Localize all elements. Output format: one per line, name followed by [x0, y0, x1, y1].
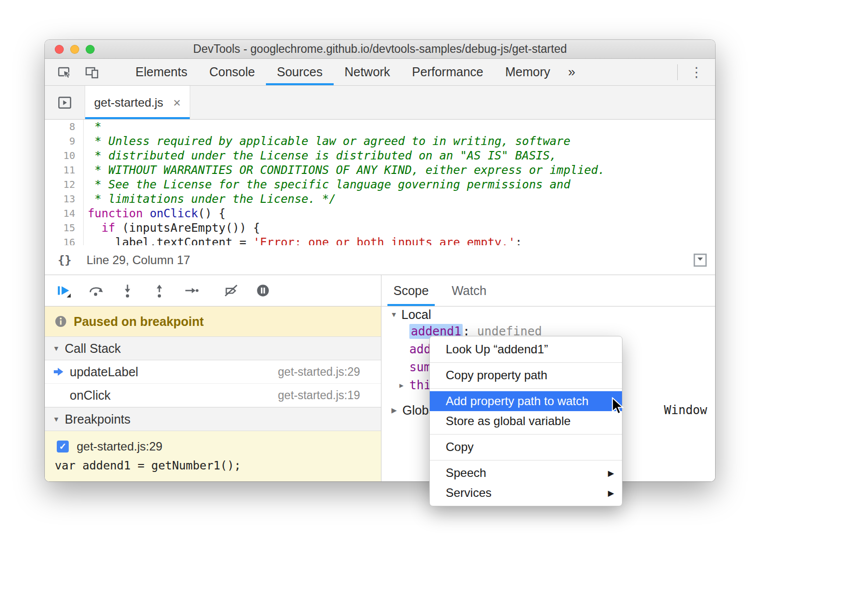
toggle-drawer-button[interactable]	[692, 252, 708, 268]
tab-console[interactable]: Console	[198, 59, 266, 85]
file-tab-get-started[interactable]: get-started.js ×	[85, 86, 190, 119]
menu-item-label: Services	[446, 486, 492, 500]
tab-watch[interactable]: Watch	[446, 275, 493, 306]
menu-item-look-up[interactable]: Look Up “addend1”	[430, 339, 622, 359]
line-number[interactable]: 11	[45, 163, 75, 177]
file-tab-label: get-started.js	[94, 96, 163, 110]
line-number[interactable]: 12	[45, 177, 75, 192]
context-menu: Look Up “addend1” Copy property path Add…	[429, 336, 622, 506]
line-number[interactable]: 13	[45, 192, 75, 206]
panel-tabs: Elements Console Sources Network Perform…	[124, 59, 582, 85]
tab-memory[interactable]: Memory	[494, 59, 561, 85]
stack-frame-onclick[interactable]: onClick get-started.js:19	[45, 384, 381, 407]
code-keyword: function	[88, 207, 150, 220]
step-icon	[184, 283, 199, 298]
inspect-element-button[interactable]	[56, 64, 73, 81]
menu-item-services[interactable]: Services▶	[430, 483, 622, 503]
stack-frame-updatelabel[interactable]: updateLabel get-started.js:29	[45, 360, 381, 384]
line-number[interactable]: 10	[45, 149, 75, 163]
tab-label: Watch	[452, 284, 487, 298]
toolbar-divider	[677, 64, 678, 80]
check-icon: ✓	[59, 441, 66, 452]
chevron-right-icon: ▶	[391, 406, 398, 414]
paused-message: Paused on breakpoint	[74, 314, 204, 329]
property-name: sum	[409, 360, 431, 374]
menu-item-label: Copy property path	[446, 368, 547, 382]
breakpoint-checkbox[interactable]: ✓	[57, 441, 69, 453]
scope-local-section[interactable]: ▼ Local	[381, 306, 715, 322]
tab-scope[interactable]: Scope	[387, 275, 435, 306]
debug-toolbar	[45, 275, 381, 306]
debugger-left-pane: Paused on breakpoint ▼ Call Stack update…	[45, 275, 381, 481]
frame-location: get-started.js:19	[278, 389, 360, 402]
menu-item-copy[interactable]: Copy	[430, 437, 622, 457]
tab-elements[interactable]: Elements	[124, 59, 198, 85]
info-icon	[55, 315, 67, 327]
tab-label: Console	[209, 65, 255, 79]
paused-banner: Paused on breakpoint	[45, 306, 381, 336]
step-over-icon	[88, 283, 103, 298]
step-button[interactable]	[183, 283, 199, 299]
code-line-15: if (inputsAreEmpty()) {	[88, 221, 715, 235]
code-string: 'Error: one or both inputs are empty.'	[253, 236, 515, 245]
resume-script-button[interactable]	[56, 283, 72, 299]
line-number[interactable]: 9	[45, 134, 75, 149]
code-line-11: * WITHOUT WARRANTIES OR CONDITIONS OF AN…	[88, 163, 715, 177]
frame-marker-placeholder	[53, 389, 65, 402]
submenu-arrow-icon: ▶	[608, 468, 614, 478]
menu-item-copy-property-path[interactable]: Copy property path	[430, 365, 622, 385]
call-stack-header[interactable]: ▼ Call Stack	[45, 336, 381, 360]
pause-on-exceptions-button[interactable]	[255, 283, 271, 299]
devtools-menu-button[interactable]: ⋮	[687, 64, 706, 80]
step-into-button[interactable]	[120, 283, 135, 299]
step-out-button[interactable]	[151, 283, 167, 299]
line-number[interactable]: 16	[45, 235, 75, 245]
editor-code-area[interactable]: * * Unless required by applicable law or…	[84, 120, 715, 245]
tab-label: Memory	[505, 65, 550, 79]
menu-item-label: Add property path to watch	[446, 394, 589, 408]
zoom-window-button[interactable]	[86, 45, 95, 54]
tab-label: Elements	[135, 65, 187, 79]
code-line-13: * limitations under the License. */	[88, 192, 715, 206]
frame-location: get-started.js:29	[278, 365, 360, 379]
minimize-window-button[interactable]	[70, 45, 79, 54]
code-keyword: if	[102, 221, 116, 234]
breakpoint-row[interactable]: ✓ get-started.js:29	[45, 436, 381, 457]
navigator-panel-icon	[57, 95, 73, 111]
pretty-print-button[interactable]: {}	[58, 254, 72, 267]
tab-performance[interactable]: Performance	[401, 59, 494, 85]
breakpoint-entry[interactable]: ✓ get-started.js:29 var addend1 = getNum…	[45, 431, 381, 481]
chevron-down-icon: ▼	[53, 344, 60, 352]
breakpoint-code-snippet[interactable]: var addend1 = getNumber1();	[45, 459, 381, 472]
device-toolbar-icon	[85, 65, 100, 80]
toolbar-icons	[45, 59, 101, 85]
tab-network[interactable]: Network	[334, 59, 401, 85]
line-number[interactable]: 15	[45, 221, 75, 235]
menu-divider	[430, 388, 622, 389]
breakpoints-header[interactable]: ▼ Breakpoints	[45, 407, 381, 431]
close-window-button[interactable]	[55, 45, 64, 54]
scope-global-value: Window	[664, 403, 707, 417]
show-navigator-button[interactable]	[45, 86, 85, 119]
file-tab-strip: get-started.js ×	[45, 86, 715, 120]
step-over-button[interactable]	[88, 283, 104, 299]
menu-item-label: Look Up “addend1”	[446, 342, 548, 356]
menu-item-speech[interactable]: Speech▶	[430, 463, 622, 483]
menu-item-store-as-global-variable[interactable]: Store as global variable	[430, 411, 622, 431]
more-tabs-button[interactable]: »	[561, 59, 582, 85]
deactivate-breakpoints-button[interactable]	[223, 283, 239, 299]
current-frame-arrow-icon	[53, 365, 65, 378]
scope-local-label: Local	[401, 307, 431, 322]
menu-item-add-property-path-to-watch[interactable]: Add property path to watch	[430, 391, 622, 411]
line-number[interactable]: 8	[45, 120, 75, 134]
frame-function: updateLabel	[70, 365, 138, 379]
device-toolbar-button[interactable]	[84, 64, 101, 81]
menu-item-label: Store as global variable	[446, 414, 571, 428]
close-file-tab-icon[interactable]: ×	[173, 96, 181, 109]
tab-sources[interactable]: Sources	[266, 59, 334, 85]
toolbar-end: ⋮	[677, 59, 715, 85]
breakpoint-location: get-started.js:29	[77, 440, 162, 454]
breakpoints-title: Breakpoints	[65, 412, 130, 427]
chevron-down-icon: ▼	[390, 310, 397, 318]
line-number[interactable]: 14	[45, 206, 75, 221]
